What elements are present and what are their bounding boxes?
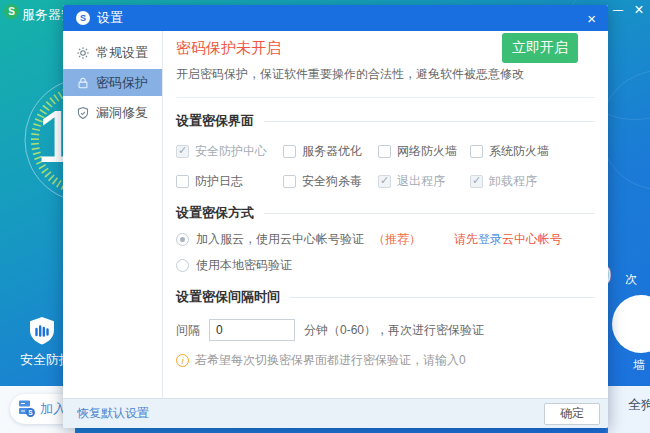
checkbox-label: 卸载程序	[489, 173, 537, 190]
interval-note: i 若希望每次切换密保界面都进行密保验证，请输入0	[176, 352, 595, 369]
dialog-titlebar: S 设置 ×	[63, 5, 608, 31]
restore-defaults-link[interactable]: 恢复默认设置	[77, 405, 149, 422]
bottom-bar-right: 全狗	[606, 386, 650, 433]
feature-label-partial: 墙	[633, 357, 645, 374]
checkbox-label: 防护日志	[195, 173, 243, 190]
checkbox-label: 安全防护中心	[195, 143, 267, 160]
svg-text:S: S	[28, 409, 33, 416]
interval-suffix: 分钟（0-60），再次进行密保验证	[304, 322, 484, 339]
dialog-footer: 恢复默认设置 确定	[63, 398, 608, 428]
settings-content: 密码保护未开启 开启密码保护，保证软件重要操作的合法性，避免软件被恶意修改 立即…	[163, 31, 608, 398]
radio-option-cloud-account[interactable]: 加入服云，使用云中心帐号验证 （推荐） 请先登录云中心帐号	[176, 231, 595, 248]
section-title-text: 设置密保方式	[176, 204, 254, 222]
app-close-icon[interactable]: ×	[631, 2, 647, 18]
sidebar-item-label: 漏洞修复	[96, 104, 148, 122]
checkbox-box-icon[interactable]	[470, 145, 483, 158]
screen: S 服务器安全狗 ─ × 1 0 次 墙 安全防护	[0, 0, 650, 433]
gear-icon	[76, 46, 90, 60]
dialog-close-icon[interactable]: ×	[587, 11, 596, 26]
dialog-title: 设置	[97, 9, 123, 27]
checkbox-box-icon[interactable]	[176, 175, 189, 188]
recommended-tag: （推荐）	[373, 231, 421, 248]
protect-item-checkbox[interactable]: 服务器优化	[283, 143, 378, 160]
checkbox-label: 网络防火墙	[397, 143, 457, 160]
login-link[interactable]: 登录	[478, 232, 502, 246]
section-title-interface: 设置密保界面	[176, 112, 595, 130]
checkbox-box-icon[interactable]	[378, 145, 391, 158]
section-divider	[290, 297, 595, 298]
shield-icon	[76, 106, 90, 120]
checkbox-box-icon	[378, 175, 391, 188]
radio-icon[interactable]	[176, 233, 189, 246]
enable-now-button[interactable]: 立即开启	[502, 33, 578, 63]
radio-label: 使用本地密码验证	[196, 257, 292, 274]
server-icon: S	[16, 398, 36, 421]
section-title-text: 设置密保间隔时间	[176, 288, 280, 306]
settings-sidebar: 常规设置密码保护漏洞修复	[63, 31, 163, 398]
ok-button[interactable]: 确定	[544, 403, 600, 425]
protect-item-checkbox[interactable]: 安全狗杀毒	[283, 173, 378, 190]
protect-item-checkbox[interactable]: 网络防火墙	[378, 143, 470, 160]
info-icon: i	[176, 354, 189, 367]
sidebar-item-label: 常规设置	[96, 44, 148, 62]
sidebar-item-0[interactable]: 常规设置	[63, 39, 162, 66]
checkbox-label: 退出程序	[397, 173, 445, 190]
radio-icon[interactable]	[176, 259, 189, 272]
login-hint: 请先登录云中心帐号	[454, 231, 562, 248]
protect-item-checkbox: 退出程序	[378, 173, 470, 190]
checkbox-label: 系统防火墙	[489, 143, 549, 160]
protect-item-checkbox: 卸载程序	[470, 173, 595, 190]
checkbox-box-icon	[176, 145, 189, 158]
stat-unit: 次	[625, 271, 637, 288]
section-title-interval: 设置密保间隔时间	[176, 288, 595, 306]
app-logo-icon: S	[4, 4, 19, 19]
checkbox-label: 服务器优化	[302, 143, 362, 160]
protect-item-checkbox[interactable]: 系统防火墙	[470, 143, 595, 160]
hint-prefix: 请先	[454, 232, 478, 246]
protect-item-checkbox[interactable]: 防护日志	[176, 173, 283, 190]
interval-row: 间隔 分钟（0-60），再次进行密保验证	[176, 319, 595, 341]
dialog-body: 常规设置密码保护漏洞修复 密码保护未开启 开启密码保护，保证软件重要操作的合法性…	[63, 31, 608, 398]
section-title-method: 设置密保方式	[176, 204, 595, 222]
checkbox-label: 安全狗杀毒	[302, 173, 362, 190]
lock-icon	[76, 76, 90, 90]
sidebar-item-label: 密码保护	[96, 74, 148, 92]
sidebar-item-1[interactable]: 密码保护	[63, 69, 162, 96]
status-description: 开启密码保护，保证软件重要操作的合法性，避免软件被恶意修改	[176, 66, 595, 83]
status-header: 密码保护未开启 开启密码保护，保证软件重要操作的合法性，避免软件被恶意修改 立即…	[176, 31, 595, 98]
section-divider	[264, 121, 595, 122]
sidebar-item-2[interactable]: 漏洞修复	[63, 99, 162, 126]
hint-suffix: 云中心帐号	[502, 232, 562, 246]
section-divider	[264, 213, 595, 214]
settings-dialog: S 设置 × 常规设置密码保护漏洞修复 密码保护未开启 开启密码保护，保证软件重…	[63, 5, 608, 428]
section-title-text: 设置密保界面	[176, 112, 254, 130]
interval-label: 间隔	[176, 322, 200, 339]
checkbox-box-icon[interactable]	[283, 145, 296, 158]
radio-option-local-password[interactable]: 使用本地密码验证	[176, 257, 595, 274]
checkbox-box-icon	[470, 175, 483, 188]
radio-label: 加入服云，使用云中心帐号验证	[196, 231, 364, 248]
shield-icon	[24, 314, 60, 353]
interval-input[interactable]	[209, 319, 295, 341]
feature-circle-icon	[612, 295, 650, 353]
minimize-icon[interactable]: ─	[610, 2, 626, 18]
checkbox-box-icon[interactable]	[283, 175, 296, 188]
protect-item-checkbox: 安全防护中心	[176, 143, 283, 160]
dialog-logo-icon: S	[76, 11, 90, 25]
bottom-right-partial-text: 全狗	[628, 396, 650, 414]
note-text: 若希望每次切换密保界面都进行密保验证，请输入0	[195, 352, 466, 369]
protect-interface-checkbox-grid: 安全防护中心服务器优化网络防火墙系统防火墙防护日志安全狗杀毒退出程序卸载程序	[176, 143, 595, 190]
